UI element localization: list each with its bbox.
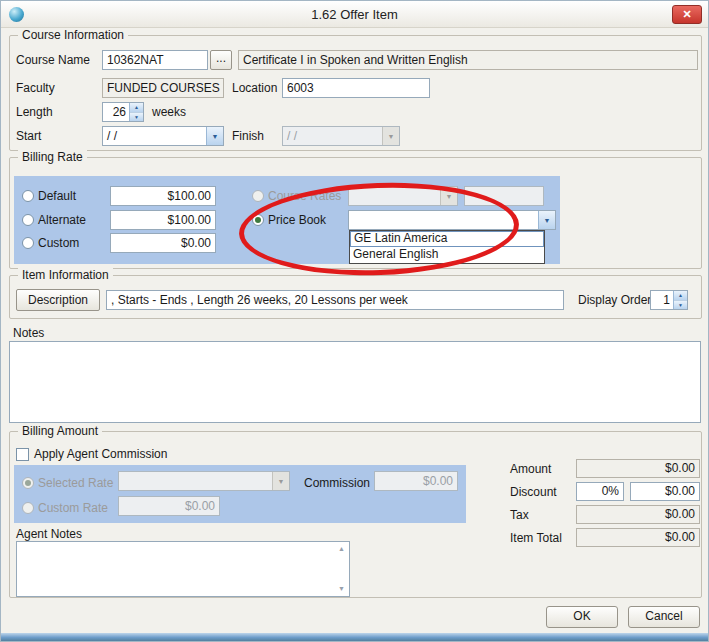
price-book-combo[interactable]: ▼ (348, 210, 556, 230)
chevron-down-icon: ▼ (206, 127, 223, 145)
custom-rate-radio[interactable] (22, 502, 34, 514)
course-rates-amount-field[interactable] (464, 186, 544, 206)
agent-notes-textarea[interactable] (16, 541, 350, 597)
length-value: 26 (103, 103, 129, 121)
custom-rate-input[interactable]: $0.00 (118, 496, 220, 516)
faculty-field: FUNDED COURSES (102, 78, 224, 98)
commission-input[interactable]: $0.00 (374, 471, 458, 491)
spin-down-icon: ▼ (674, 300, 687, 310)
discount-amount-input[interactable]: $0.00 (630, 482, 700, 501)
course-title-field: Certificate I in Spoken and Written Engl… (238, 50, 698, 70)
start-label: Start (16, 126, 41, 146)
selected-rate-value (119, 472, 272, 490)
chevron-down-icon: ▼ (272, 472, 289, 490)
notes-label: Notes (13, 323, 44, 343)
amount-field: $0.00 (576, 459, 700, 478)
selected-rate-radio[interactable] (22, 477, 34, 489)
apply-agent-commission-checkbox[interactable] (16, 448, 29, 461)
course-information-legend: Course Information (18, 28, 128, 43)
length-label: Length (16, 102, 53, 122)
display-order-value: 1 (651, 291, 673, 309)
alternate-rate-radio[interactable] (22, 214, 34, 226)
amount-label: Amount (510, 459, 551, 479)
price-book-option[interactable]: GE Latin America (350, 231, 544, 247)
course-browse-button[interactable]: ... (210, 50, 232, 70)
discount-percent-input[interactable]: 0% (576, 482, 624, 501)
tax-field: $0.00 (576, 505, 700, 524)
custom-rate-radio-billing[interactable] (22, 237, 34, 249)
finish-label: Finish (232, 126, 264, 146)
cancel-button[interactable]: Cancel (628, 606, 700, 628)
selected-rate-combo[interactable]: ▼ (118, 471, 290, 491)
display-order-stepper-buttons[interactable]: ▲ ▼ (673, 291, 687, 309)
discount-label: Discount (510, 482, 557, 502)
commission-panel: Selected Rate ▼ Commission $0.00 Custom … (14, 465, 466, 523)
price-book-dropdown-list: GE Latin America General English (349, 230, 545, 264)
finish-date-combo[interactable]: / / ▼ (282, 126, 400, 146)
ellipsis-icon: ... (216, 51, 226, 65)
custom-rate-label-billing: Custom (38, 233, 79, 253)
title-bar: 1.62 Offer Item ✕ (1, 1, 708, 28)
spin-down-icon: ▼ (130, 112, 143, 122)
commission-label: Commission (304, 473, 370, 493)
display-order-label: Display Order (578, 290, 651, 310)
item-information-legend: Item Information (18, 268, 113, 283)
notes-textarea[interactable] (9, 341, 701, 423)
billing-rate-legend: Billing Rate (18, 150, 87, 165)
faculty-label: Faculty (16, 78, 55, 98)
bottom-gradient-strip (1, 633, 708, 641)
item-information-group: Item Information Description , Starts - … (9, 275, 702, 319)
close-icon: ✕ (682, 8, 691, 20)
course-information-group: Course Information Course Name 10362NAT … (9, 35, 702, 151)
start-date-value: / / (103, 127, 206, 145)
scroll-up-icon[interactable]: ▲ (338, 545, 345, 553)
custom-rate-label: Custom Rate (38, 498, 108, 518)
selected-rate-label: Selected Rate (38, 473, 113, 493)
length-stepper-buttons[interactable]: ▲ ▼ (129, 103, 143, 121)
item-total-label: Item Total (510, 528, 562, 548)
description-input[interactable]: , Starts - Ends , Length 26 weeks, 20 Le… (106, 290, 564, 310)
chevron-down-icon: ▼ (440, 187, 457, 205)
course-rates-radio[interactable] (252, 190, 264, 202)
course-name-label: Course Name (16, 50, 90, 70)
length-stepper[interactable]: 26 ▲ ▼ (102, 102, 144, 122)
item-total-field: $0.00 (576, 528, 700, 547)
custom-rate-input-billing[interactable]: $0.00 (110, 233, 216, 253)
chevron-down-icon: ▼ (538, 211, 555, 229)
alternate-rate-input[interactable]: $100.00 (110, 210, 216, 230)
location-label: Location (232, 78, 277, 98)
description-button[interactable]: Description (16, 289, 100, 311)
spin-up-icon: ▲ (674, 291, 687, 300)
finish-date-value: / / (283, 127, 382, 145)
price-book-value (349, 211, 538, 229)
course-rates-value (349, 187, 440, 205)
spin-up-icon: ▲ (130, 103, 143, 112)
scroll-down-icon[interactable]: ▼ (338, 585, 345, 593)
length-unit-label: weeks (152, 102, 186, 122)
price-book-radio[interactable] (252, 214, 264, 226)
default-rate-input[interactable]: $100.00 (110, 186, 216, 206)
course-rates-label: Course Rates (268, 186, 341, 206)
location-input[interactable]: 6003 (282, 78, 430, 98)
tax-label: Tax (510, 505, 529, 525)
ok-button[interactable]: OK (546, 606, 618, 628)
offer-item-dialog: 1.62 Offer Item ✕ Course Information Cou… (0, 0, 709, 642)
billing-amount-group: Billing Amount Apply Agent Commission Se… (9, 431, 702, 598)
start-date-combo[interactable]: / / ▼ (102, 126, 224, 146)
window-title: 1.62 Offer Item (1, 1, 708, 28)
course-rates-combo[interactable]: ▼ (348, 186, 458, 206)
price-book-option[interactable]: General English (350, 247, 544, 263)
course-name-input[interactable]: 10362NAT (102, 50, 208, 70)
default-rate-label: Default (38, 186, 76, 206)
close-button[interactable]: ✕ (672, 5, 702, 24)
apply-agent-commission-label: Apply Agent Commission (34, 444, 167, 464)
default-rate-radio[interactable] (22, 190, 34, 202)
price-book-label: Price Book (268, 210, 326, 230)
chevron-down-icon: ▼ (382, 127, 399, 145)
billing-amount-legend: Billing Amount (18, 424, 102, 439)
alternate-rate-label: Alternate (38, 210, 86, 230)
display-order-stepper[interactable]: 1 ▲ ▼ (650, 290, 688, 310)
billing-rate-group: Billing Rate Default $100.00 Course Rate… (9, 157, 702, 269)
